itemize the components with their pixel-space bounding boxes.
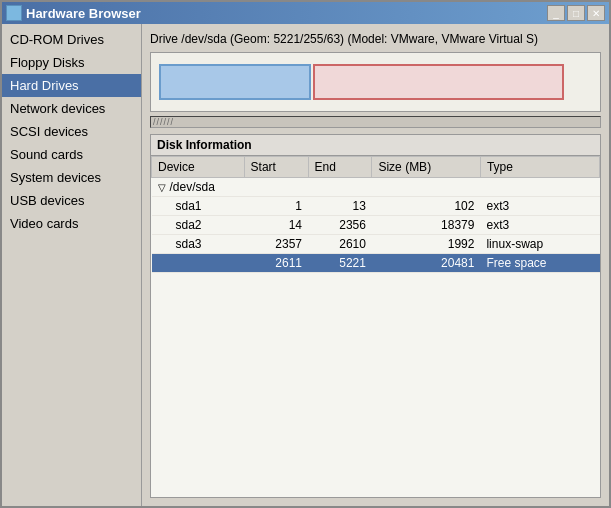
sidebar-item-system[interactable]: System devices [2,166,141,189]
disk-visual [150,52,601,112]
expand-icon[interactable]: ▽ [158,182,166,193]
cell-end: 5221 [308,254,372,273]
cell-size: 1992 [372,235,481,254]
col-device: Device [152,157,245,178]
cell-end: 13 [308,197,372,216]
cell-start: 1 [244,197,308,216]
drive-info: Drive /dev/sda (Geom: 5221/255/63) (Mode… [150,32,601,46]
cell-device: sda3 [152,235,245,254]
cell-size: 102 [372,197,481,216]
minimize-button[interactable]: _ [547,5,565,21]
cell-start: 2357 [244,235,308,254]
table-row[interactable]: sda2 14 2356 18379 ext3 [152,216,600,235]
table-row[interactable]: sda1 1 13 102 ext3 [152,197,600,216]
maximize-button[interactable]: □ [567,5,585,21]
sidebar-item-cdrom[interactable]: CD-ROM Drives [2,28,141,51]
sidebar-item-floppy[interactable]: Floppy Disks [2,51,141,74]
cell-device [152,254,245,273]
cell-device: sda2 [152,216,245,235]
col-start: Start [244,157,308,178]
close-button[interactable]: ✕ [587,5,605,21]
main-panel: Drive /dev/sda (Geom: 5221/255/63) (Mode… [142,24,609,506]
col-size: Size (MB) [372,157,481,178]
content-area: CD-ROM Drives Floppy Disks Hard Drives N… [2,24,609,506]
sidebar-item-network[interactable]: Network devices [2,97,141,120]
window-controls: _ □ ✕ [547,5,605,21]
dev-group-row: ▽ /dev/sda [152,178,600,197]
sidebar-item-video[interactable]: Video cards [2,212,141,235]
cell-type: ext3 [480,216,599,235]
cell-end: 2610 [308,235,372,254]
disk-table: Device Start End Size (MB) Type ▽ [151,156,600,273]
sidebar-item-scsi[interactable]: SCSI devices [2,120,141,143]
col-end: End [308,157,372,178]
sidebar-item-sound[interactable]: Sound cards [2,143,141,166]
cell-type: ext3 [480,197,599,216]
cell-type: linux-swap [480,235,599,254]
cell-device: sda1 [152,197,245,216]
app-icon [6,5,22,21]
table-row-selected[interactable]: 2611 5221 20481 Free space [152,254,600,273]
hardware-browser-window: Hardware Browser _ □ ✕ CD-ROM Drives Flo… [0,0,611,508]
scrollbar[interactable]: ////// [150,116,601,128]
col-type: Type [480,157,599,178]
dev-label-text: /dev/sda [170,180,215,194]
disk-info-header: Disk Information [151,135,600,156]
cell-type: Free space [480,254,599,273]
cell-start: 14 [244,216,308,235]
partition-free [313,64,564,100]
window-title: Hardware Browser [26,6,141,21]
sidebar-item-hard-drives[interactable]: Hard Drives [2,74,141,97]
disk-info-section: Disk Information Device Start End Size (… [150,134,601,498]
cell-end: 2356 [308,216,372,235]
scroll-ticks: ////// [153,117,174,127]
partition-used [159,64,311,100]
sidebar-item-usb[interactable]: USB devices [2,189,141,212]
table-header-row: Device Start End Size (MB) Type [152,157,600,178]
sidebar: CD-ROM Drives Floppy Disks Hard Drives N… [2,24,142,506]
table-row[interactable]: sda3 2357 2610 1992 linux-swap [152,235,600,254]
cell-size: 18379 [372,216,481,235]
cell-start: 2611 [244,254,308,273]
cell-size: 20481 [372,254,481,273]
titlebar: Hardware Browser _ □ ✕ [2,2,609,24]
